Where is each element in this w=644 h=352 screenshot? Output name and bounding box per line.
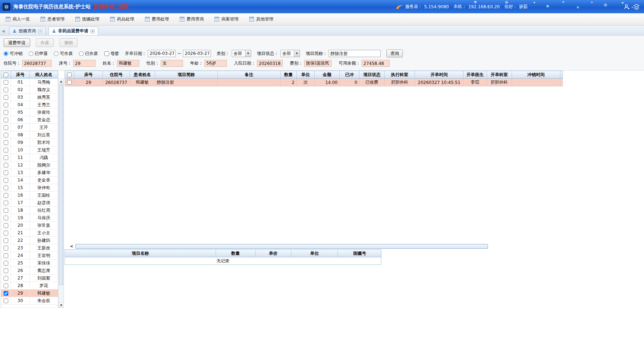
column-header-remark[interactable]: 备注 bbox=[218, 71, 281, 78]
column-header-order-dept[interactable]: 开单科室 bbox=[487, 71, 512, 78]
patient-row-checkbox[interactable] bbox=[4, 253, 8, 258]
patient-list-row[interactable]: 14 史金香 bbox=[1, 177, 58, 184]
column-header-unit[interactable]: 单位 bbox=[297, 71, 315, 78]
patient-list-row[interactable]: 04 王秀兰 bbox=[1, 101, 58, 109]
menu-item[interactable]: 其他管理 bbox=[249, 16, 273, 22]
status-radio-option[interactable]: 可冲销 bbox=[4, 51, 23, 57]
patient-row-checkbox[interactable] bbox=[4, 170, 8, 175]
patient-list-row[interactable]: 22 孙建防 bbox=[1, 237, 58, 244]
patient-row-checkbox[interactable] bbox=[4, 148, 8, 152]
column-header-status[interactable]: 项目状态 bbox=[359, 71, 385, 78]
menu-item[interactable]: 患者管理 bbox=[41, 16, 65, 22]
detail-header-price[interactable]: 单价 bbox=[255, 250, 291, 257]
scroll-down-icon[interactable]: ▼ bbox=[59, 302, 64, 308]
horizontal-scrollbar[interactable]: < bbox=[69, 244, 488, 249]
mother-baby-checkbox[interactable]: 母婴 bbox=[104, 51, 119, 57]
column-header-admission[interactable]: 住院号 bbox=[103, 71, 130, 78]
patient-list-row[interactable]: 05 张俊玲 bbox=[1, 109, 58, 116]
patient-list-row[interactable]: 25 宋佳佳 bbox=[1, 259, 58, 267]
patient-list-row[interactable]: 06 贯金恋 bbox=[1, 116, 58, 124]
patient-row-checkbox[interactable] bbox=[4, 140, 8, 145]
patient-list-row[interactable]: 24 王雷明 bbox=[1, 252, 58, 259]
scroll-left-icon[interactable]: < bbox=[69, 244, 74, 249]
patient-list-row[interactable]: 12 陈网尔 bbox=[1, 161, 58, 169]
patient-info-value[interactable]: 医保(国居民 bbox=[304, 60, 332, 67]
patient-row-checkbox[interactable] bbox=[4, 125, 8, 130]
patient-list-row[interactable]: 11 冯藕 bbox=[1, 154, 58, 161]
column-header-amount[interactable]: 金额 bbox=[315, 71, 340, 78]
patient-info-value[interactable]: 20260318 bbox=[257, 60, 283, 67]
patient-row-checkbox[interactable] bbox=[4, 80, 8, 85]
radio-input[interactable] bbox=[79, 51, 84, 56]
select-all-rows-checkbox[interactable] bbox=[67, 72, 72, 77]
status-radio-option[interactable]: 已作废 bbox=[79, 51, 98, 57]
scroll-up-icon[interactable]: ▲ bbox=[59, 79, 64, 84]
chevron-down-icon[interactable]: ▼ bbox=[245, 50, 251, 57]
close-icon[interactable]: × bbox=[90, 29, 95, 33]
patient-row-checkbox[interactable] bbox=[4, 186, 8, 190]
column-header-patient[interactable]: 患者姓名 bbox=[130, 71, 155, 78]
detail-header-unit[interactable]: 单位 bbox=[291, 250, 338, 257]
patient-row-checkbox[interactable] bbox=[4, 133, 8, 137]
patient-list-row[interactable]: 20 张常泉 bbox=[1, 222, 58, 229]
void-button[interactable]: 作废 bbox=[36, 38, 54, 47]
patient-list-scrollbar[interactable]: ▲ ▼ bbox=[58, 79, 64, 308]
detail-header-qty[interactable]: 数量 bbox=[216, 250, 255, 257]
date-to-input[interactable] bbox=[183, 50, 211, 57]
patient-row-checkbox[interactable] bbox=[4, 110, 8, 115]
patient-list-row[interactable]: 30 朱会双 bbox=[1, 297, 58, 305]
patient-info-value[interactable]: 韩建敏 bbox=[117, 60, 139, 67]
patient-list-row[interactable]: 17 赵彦强 bbox=[1, 199, 58, 207]
patient-info-value[interactable]: 29 bbox=[73, 60, 95, 67]
revoke-button[interactable]: 撤销 bbox=[60, 38, 77, 47]
select-all-patients-checkbox[interactable] bbox=[4, 72, 8, 77]
patient-row-checkbox[interactable] bbox=[4, 95, 8, 100]
patient-row-checkbox[interactable] bbox=[4, 231, 8, 235]
patient-row-checkbox[interactable] bbox=[4, 283, 8, 288]
patient-list-row[interactable]: 27 刘国絮 bbox=[1, 274, 58, 282]
status-radio-option[interactable]: 已申退 bbox=[29, 51, 48, 57]
layers-icon[interactable] bbox=[633, 3, 640, 11]
detail-header-item-name[interactable]: 项目名称 bbox=[65, 250, 216, 257]
menu-item[interactable]: 药品处理 bbox=[110, 16, 134, 22]
column-header-offset-time[interactable]: 冲销时间 bbox=[512, 71, 560, 78]
radio-input[interactable] bbox=[54, 51, 58, 56]
patient-info-value[interactable]: 女 bbox=[161, 60, 183, 67]
chevron-down-icon[interactable]: ▼ bbox=[294, 50, 300, 57]
menu-item[interactable]: 费用查询 bbox=[180, 16, 204, 22]
menu-item[interactable]: 病人一览 bbox=[6, 16, 30, 22]
category-select[interactable]: 全部 ▼ bbox=[232, 50, 251, 57]
patient-row-checkbox[interactable] bbox=[4, 238, 8, 243]
menu-item[interactable]: 病案管理 bbox=[215, 16, 239, 22]
column-header-qty[interactable]: 数量 bbox=[281, 71, 297, 78]
tab-nondrug-refund[interactable]: 非药品退费申请 × bbox=[48, 27, 98, 35]
refund-apply-button[interactable]: 退费申请 bbox=[4, 38, 30, 47]
patient-row-checkbox[interactable] bbox=[4, 155, 8, 160]
user-add-icon[interactable] bbox=[623, 3, 631, 11]
patient-list-row[interactable]: 18 任红周 bbox=[1, 207, 58, 214]
item-status-select[interactable]: 全部 ▼ bbox=[281, 50, 300, 57]
patient-list-row[interactable]: 19 马保庆 bbox=[1, 214, 58, 222]
status-radio-option[interactable]: 可作废 bbox=[54, 51, 73, 57]
column-header-order-time[interactable]: 开单时间 bbox=[415, 71, 464, 78]
radio-input[interactable] bbox=[29, 51, 33, 56]
column-header-exec-dept[interactable]: 执行科室 bbox=[385, 71, 415, 78]
column-header-doctor[interactable]: 开单医生 bbox=[464, 71, 487, 78]
patient-row-checkbox[interactable] bbox=[4, 201, 8, 205]
patient-list-row[interactable]: 28 罗花 bbox=[1, 282, 58, 290]
patient-row-checkbox[interactable] bbox=[4, 118, 8, 122]
patient-list-row[interactable]: 01 马秀梅 bbox=[1, 79, 58, 86]
patient-list-row[interactable]: 16 王国桂 bbox=[1, 192, 58, 199]
date-from-input[interactable] bbox=[148, 50, 176, 57]
patient-row-checkbox[interactable] bbox=[4, 208, 8, 213]
patient-row-checkbox[interactable] bbox=[4, 103, 8, 107]
row-checkbox[interactable] bbox=[67, 80, 72, 85]
refund-item-row[interactable]: 29 26028737 韩建敏 静脉注射 2 次 14.00 0 已收费 肝胆外… bbox=[65, 79, 563, 86]
patient-list-row[interactable]: 03 姚秀英 bbox=[1, 94, 58, 101]
patient-list-row[interactable]: 08 刘云英 bbox=[1, 131, 58, 139]
checkbox-input[interactable] bbox=[104, 51, 109, 56]
patient-list-row[interactable]: 23 王新改 bbox=[1, 244, 58, 252]
radio-input[interactable] bbox=[4, 51, 8, 56]
patient-row-checkbox[interactable] bbox=[4, 299, 8, 303]
patient-list-row[interactable]: 13 多建华 bbox=[1, 169, 58, 177]
